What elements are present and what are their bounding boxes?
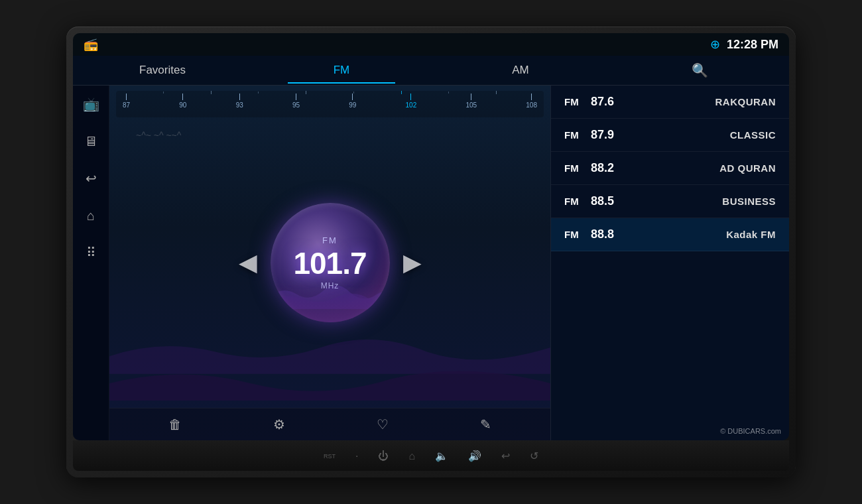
sidebar-icon-back[interactable]: ↩ [79, 166, 103, 190]
clock-display: 12:28 PM [727, 38, 778, 52]
hw-vol-up-button[interactable]: 🔊 [468, 450, 481, 462]
hardware-bar: RST · ⏻ ⌂ 🔈 🔊 ↩ ↺ [73, 440, 789, 471]
ruler-mini-ticks [116, 91, 544, 94]
station-item-2[interactable]: FM 87.9 CLASSIC [551, 119, 789, 152]
search-icon: 🔍 [692, 63, 708, 78]
frequency-number: 101.7 [293, 245, 366, 281]
tab-search[interactable]: 🔍 [610, 56, 789, 85]
station-item-3[interactable]: FM 88.2 AD QURAN [551, 152, 789, 185]
station-name-4: BUSINESS [631, 196, 776, 207]
player-area: 87 90 93 95 [109, 86, 550, 440]
unit-label: MHz [321, 281, 339, 290]
station-name-2: CLASSIC [631, 129, 776, 141]
station-band-1: FM [564, 96, 591, 107]
prev-station-button[interactable]: ◀ [239, 249, 257, 277]
sidebar-icon-apps[interactable]: ⠿ [79, 241, 103, 265]
station-band-3: FM [564, 162, 591, 174]
tick-90: 90 [179, 94, 186, 109]
left-sidebar: 📺 🖥 ↩ ⌂ ⠿ [73, 86, 109, 440]
hw-vol-down-button[interactable]: 🔈 [435, 450, 448, 462]
tick-87: 87 [123, 94, 130, 109]
station-freq-1: 87.6 [591, 95, 631, 109]
delete-button[interactable]: 🗑 [168, 417, 182, 432]
top-right-controls: ⊕ 12:28 PM [710, 37, 778, 52]
tick-102: 102 [406, 94, 417, 109]
station-freq-5: 88.8 [591, 227, 631, 241]
hw-refresh-button[interactable]: ↺ [530, 450, 538, 462]
station-item-1[interactable]: FM 87.6 RAKQURAN [551, 86, 789, 119]
sidebar-icon-screen[interactable]: 📺 [79, 92, 103, 116]
hw-rst-button[interactable]: RST [324, 453, 336, 460]
bottom-toolbar: 🗑 ⚙ ♡ ✎ [109, 408, 550, 440]
watermark: © DUBICARS.com [720, 427, 781, 435]
station-item-5[interactable]: FM 88.8 Kadak FM [551, 218, 789, 251]
screen: 📻 ⊕ 12:28 PM Favorites FM AM 🔍 [73, 33, 789, 440]
hw-power-button[interactable]: ⏻ [378, 450, 389, 462]
next-station-button[interactable]: ▶ [403, 249, 422, 277]
frequency-display: FM 101.7 MHz [271, 203, 390, 322]
top-bar: 📻 ⊕ 12:28 PM [73, 33, 789, 56]
station-item-4[interactable]: FM 88.5 BUSINESS [551, 185, 789, 218]
settings-button[interactable]: ⚙ [273, 416, 285, 432]
tab-fm[interactable]: FM [252, 57, 431, 84]
frequency-ruler: 87 90 93 95 [109, 86, 550, 117]
nav-tabs: Favorites FM AM 🔍 [73, 56, 789, 86]
station-band-5: FM [564, 229, 591, 240]
tab-favorites[interactable]: Favorites [73, 57, 252, 84]
station-band-2: FM [564, 129, 591, 141]
station-name-5: Kadak FM [631, 229, 776, 240]
radio-icon: 📻 [84, 37, 98, 52]
player-controls: ◀ FM 101.7 MHz ▶ [109, 117, 550, 408]
station-band-4: FM [564, 196, 591, 207]
main-content: 📺 🖥 ↩ ⌂ ⠿ 87 [73, 86, 789, 440]
tab-am[interactable]: AM [431, 57, 610, 84]
tick-105: 105 [465, 94, 477, 109]
sidebar-icon-home[interactable]: ⌂ [79, 204, 103, 227]
band-label: FM [322, 235, 338, 245]
hw-back-button[interactable]: ↩ [501, 450, 510, 462]
station-name-3: AD QURAN [631, 162, 776, 174]
station-freq-3: 88.2 [591, 161, 631, 175]
gps-icon: ⊕ [710, 37, 720, 52]
hw-home-button[interactable]: ⌂ [408, 450, 415, 462]
hw-dot-button[interactable]: · [355, 450, 358, 462]
favorite-button[interactable]: ♡ [377, 416, 389, 432]
tick-108: 108 [526, 94, 537, 109]
sidebar-icon-monitor[interactable]: 🖥 [79, 129, 103, 153]
tick-95: 95 [292, 94, 300, 109]
edit-button[interactable]: ✎ [480, 416, 491, 432]
station-name-1: RAKQURAN [631, 96, 776, 107]
tick-99: 99 [349, 94, 356, 109]
tick-93: 93 [236, 94, 243, 109]
station-freq-2: 87.9 [591, 128, 631, 142]
car-infotainment-unit: 📻 ⊕ 12:28 PM Favorites FM AM 🔍 [66, 27, 796, 477]
station-freq-4: 88.5 [591, 194, 631, 208]
ruler-track: 87 90 93 95 [116, 91, 544, 117]
station-list: FM 87.6 RAKQURAN FM 87.9 CLASSIC FM 88.2… [550, 86, 789, 440]
ruler-ticks: 87 90 93 95 [116, 91, 544, 109]
